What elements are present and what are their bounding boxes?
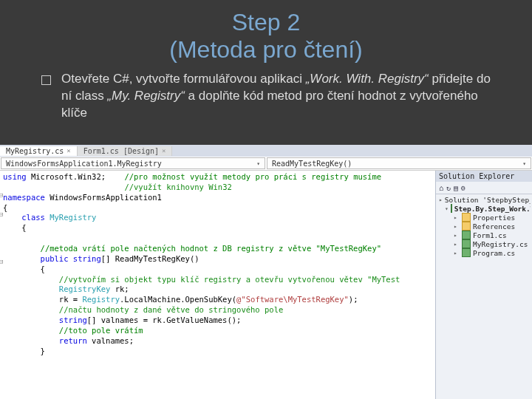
chevron-down-icon: ▾ [256, 160, 260, 167]
csharp-file-icon [462, 231, 471, 239]
csharp-file-icon [462, 248, 471, 257]
document-tab-row: MyRegistry.cs× Form1.cs [Design]× [0, 145, 532, 157]
caret-icon: ▾ [445, 205, 449, 212]
tree-item-form1[interactable]: ▸ Form1.cs [437, 231, 531, 239]
project-icon [451, 204, 452, 213]
chevron-down-icon: ▾ [522, 160, 526, 167]
caret-icon: ▸ [454, 250, 460, 256]
caret-icon: ▸ [439, 197, 443, 203]
member-combo[interactable]: ReadMyTestRegKey() ▾ [267, 157, 531, 169]
close-icon[interactable]: × [66, 147, 70, 154]
class-combo[interactable]: WindowsFormsApplication1.MyRegistry ▾ [1, 157, 265, 169]
tab-form1-design[interactable]: Form1.cs [Design]× [78, 146, 173, 156]
caret-icon: ▸ [454, 232, 460, 239]
solution-explorer-toolbar: ⌂ ↻ ▤ ⚙ [436, 182, 532, 194]
folder-icon [462, 213, 471, 222]
bullet-marker [41, 75, 51, 85]
solution-tree[interactable]: ▸ Solution 'StepbyStep_WorkWi ▾ Step.By.… [436, 194, 532, 259]
tree-item-program[interactable]: ▸ Program.cs [437, 248, 531, 257]
bullet-text: Otevřete C#, vytvořte formulářovou aplik… [61, 71, 502, 122]
folder-icon [462, 222, 471, 231]
caret-icon: ▸ [454, 223, 460, 230]
solution-node[interactable]: ▸ Solution 'StepbyStep_WorkWi [437, 196, 531, 204]
ide-screenshot: MyRegistry.cs× Form1.cs [Design]× Window… [0, 145, 532, 399]
outline-toggle-icon[interactable]: ⊟ [0, 191, 3, 200]
csharp-file-icon [462, 239, 471, 248]
solution-explorer-header: Solution Explorer [436, 171, 532, 182]
tree-item-myregistry[interactable]: ▸ MyRegistry.cs [437, 239, 531, 248]
title-line-2: (Metoda pro čtení) [169, 36, 362, 63]
close-icon[interactable]: × [162, 147, 166, 154]
tree-item-properties[interactable]: ▸ Properties [437, 213, 531, 222]
home-icon[interactable]: ⌂ [439, 184, 443, 192]
slide-title: Step 2 (Metoda pro čtení) [0, 9, 532, 64]
caret-icon: ▸ [454, 214, 460, 221]
tree-item-references[interactable]: ▸ References [437, 222, 531, 231]
title-line-1: Step 2 [232, 9, 301, 35]
caret-icon: ▸ [454, 241, 460, 248]
outline-toggle-icon[interactable]: ⊟ [0, 258, 3, 267]
bullet-row: Otevřete C#, vytvořte formulářovou aplik… [0, 66, 532, 129]
show-all-icon[interactable]: ▤ [454, 184, 458, 192]
project-node[interactable]: ▾ Step.By.Step_Work.With.R [437, 204, 531, 213]
code-editor[interactable]: ⊟⊟⊟using Microsoft.Win32; //pro možnost … [0, 171, 435, 399]
outline-toggle-icon[interactable]: ⊟ [0, 211, 3, 219]
tab-myregistry[interactable]: MyRegistry.cs× [0, 146, 78, 156]
properties-icon[interactable]: ⚙ [461, 184, 466, 192]
solution-explorer: Solution Explorer ⌂ ↻ ▤ ⚙ ▸ Solution 'St… [435, 171, 532, 399]
refresh-icon[interactable]: ↻ [446, 184, 451, 192]
navigation-combos: WindowsFormsApplication1.MyRegistry ▾ Re… [0, 157, 532, 171]
